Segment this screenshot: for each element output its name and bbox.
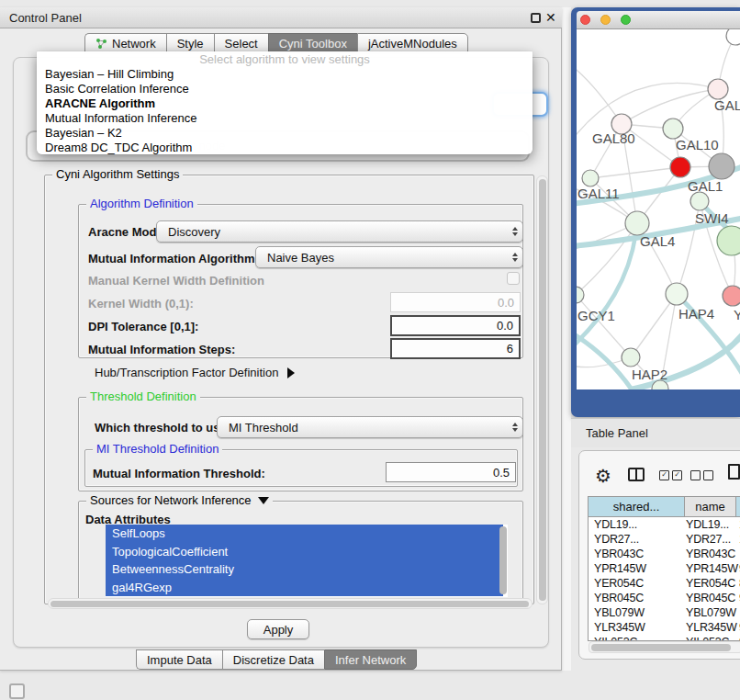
float-panel-icon[interactable]	[531, 13, 541, 23]
tab-network[interactable]: Network	[84, 33, 166, 53]
collapsed-panel-icon[interactable]	[9, 683, 25, 699]
tab-discretize-data[interactable]: Discretize Data	[222, 649, 324, 670]
node-label: GAL80	[592, 130, 635, 146]
cell-name: YBL079W	[686, 605, 739, 620]
node-hap2[interactable]	[622, 348, 640, 367]
mi-algorithm-type-value: Naive Bayes	[267, 251, 334, 265]
table-header-row: shared... name	[589, 497, 740, 517]
cell-name: YLR345W	[686, 620, 739, 635]
column-header-third[interactable]	[736, 497, 740, 517]
node-label: GAL10	[676, 137, 719, 152]
node-gal1-red[interactable]	[670, 157, 690, 177]
expanded-arrow-icon[interactable]	[258, 497, 269, 504]
close-icon[interactable]: ✕	[545, 10, 556, 25]
aracne-mode-combo[interactable]: Discovery	[156, 220, 523, 243]
cell-name: YDR27...	[686, 532, 739, 547]
close-button[interactable]	[580, 15, 590, 25]
table-row[interactable]: YLR345WYLR345W9.	[589, 620, 740, 635]
algorithm-option-selected[interactable]: ARACNE Algorithm	[37, 96, 533, 111]
column-header-shared[interactable]: shared...	[589, 497, 685, 517]
table-row[interactable]: YBR043CYBR043C	[589, 547, 740, 561]
node-label: HAP2	[632, 367, 667, 382]
manual-kernel-width-label: Manual Kernel Width Definition	[88, 274, 264, 288]
tab-cyni-toolbox[interactable]: Cyni Toolbox	[268, 33, 357, 53]
node-gal11[interactable]	[582, 170, 599, 186]
tab-impute-data[interactable]: Impute Data	[136, 649, 222, 670]
dpi-tolerance-field[interactable]: 0.0	[390, 315, 521, 336]
node-gal10[interactable]	[663, 119, 683, 139]
table-row[interactable]: YDL19...YDL19...13	[589, 517, 740, 532]
mi-steps-field[interactable]: 6	[390, 338, 521, 359]
manual-kernel-width-checkbox[interactable]	[507, 272, 520, 285]
network-graph: GAL GAL80 GAL10 GAL1 GAL11 SWI4 GAL4 GCY…	[577, 29, 740, 390]
settings-vertical-scrollbar-thumb[interactable]	[539, 179, 546, 601]
apply-button[interactable]: Apply	[247, 619, 309, 639]
algorithm-option[interactable]: Dream8 DC_TDC Algorithm	[37, 141, 533, 155]
table-row[interactable]: YPR145WYPR145W9.	[589, 561, 740, 576]
collapsed-arrow-icon[interactable]	[287, 367, 295, 378]
attributes-scrollbar-thumb[interactable]	[499, 526, 507, 594]
mi-algorithm-type-combo[interactable]: Naive Bayes	[255, 246, 523, 268]
split-panel-icon[interactable]	[628, 468, 645, 481]
table-row[interactable]: YIL053CYIL053C9.	[589, 635, 740, 641]
settings-vertical-scrollbar[interactable]	[536, 175, 548, 604]
zoom-button[interactable]	[621, 15, 631, 25]
node-green-right[interactable]	[717, 226, 740, 255]
cell-shared: YBR043C	[589, 547, 686, 561]
attribute-item[interactable]: BetweennessCentrality	[106, 560, 503, 579]
cell-shared: YDR27...	[589, 532, 686, 547]
hub-definition-label: Hub/Transcription Factor Definition	[95, 366, 278, 379]
table-row[interactable]: YDR27...YDR27...12	[589, 532, 740, 547]
table-horizontal-scrollbar[interactable]	[589, 641, 740, 653]
which-threshold-value: MI Threshold	[229, 421, 298, 435]
algorithm-option[interactable]: Bayesian – K2	[37, 126, 533, 141]
aracne-mode-value: Discovery	[168, 225, 220, 239]
tab-select[interactable]: Select	[214, 33, 268, 53]
node-y-partial[interactable]	[723, 286, 740, 306]
tab-infer-network[interactable]: Infer Network	[324, 649, 417, 670]
attribute-item[interactable]: TopologicalCoefficient	[106, 543, 503, 561]
hub-definition-section[interactable]: Hub/Transcription Factor Definition	[95, 366, 295, 379]
table-row[interactable]: YBL079WYBL079W	[589, 605, 740, 620]
column-header-name[interactable]: name	[685, 497, 736, 517]
cell-shared: YLR345W	[589, 620, 686, 635]
cell-name: YBR043C	[686, 547, 739, 561]
table-horizontal-scrollbar-thumb[interactable]	[591, 644, 731, 651]
apply-button-label: Apply	[263, 623, 294, 637]
algorithm-option[interactable]: Bayesian – Hill Climbing	[37, 67, 533, 82]
node-gray[interactable]	[709, 153, 734, 179]
network-icon	[95, 38, 107, 50]
node-label: GAL4	[640, 233, 675, 249]
table-row[interactable]: YBR045CYBR045C9.	[589, 591, 740, 605]
settings-horizontal-scrollbar[interactable]	[48, 598, 533, 609]
node-gal4[interactable]	[625, 211, 649, 235]
tab-style-label: Style	[177, 37, 204, 51]
table-row[interactable]: YER054CYER054C8.	[589, 576, 740, 591]
select-all-checkbox-icon[interactable]: ✓ ✓	[659, 470, 682, 480]
gear-icon[interactable]: ⚙	[595, 465, 611, 487]
node-gal-partial[interactable]	[708, 79, 728, 99]
node-gcy1[interactable]	[577, 287, 584, 303]
algorithm-option[interactable]: Basic Correlation Inference	[37, 82, 533, 96]
algorithm-dropdown-placeholder: Select algorithm to view settings	[37, 52, 533, 67]
attribute-item[interactable]: gal4RGexp	[106, 579, 503, 597]
sources-group-title: Sources for Network Inference	[90, 493, 252, 507]
which-threshold-combo[interactable]: MI Threshold	[217, 416, 523, 438]
node-hap4[interactable]	[666, 283, 688, 305]
tab-network-label: Network	[112, 37, 156, 51]
settings-horizontal-scrollbar-thumb[interactable]	[50, 601, 529, 607]
node-partial-top[interactable]	[726, 29, 740, 45]
spinner-arrows-icon	[512, 227, 518, 236]
minimize-button[interactable]	[600, 15, 611, 25]
deselect-all-checkbox-icon[interactable]	[690, 470, 713, 480]
file-icon[interactable]	[728, 464, 740, 480]
tab-jactivemnodules[interactable]: jActiveMNodules	[357, 33, 468, 53]
node-swi4[interactable]	[690, 192, 709, 210]
attribute-item[interactable]: SelfLoops	[106, 525, 503, 543]
algorithm-option[interactable]: Mutual Information Inference	[37, 111, 533, 126]
network-canvas[interactable]: GAL GAL80 GAL10 GAL1 GAL11 SWI4 GAL4 GCY…	[577, 29, 740, 390]
tab-select-label: Select	[225, 37, 258, 51]
kernel-width-field[interactable]: 0.0	[390, 292, 521, 312]
mi-threshold-field[interactable]: 0.5	[386, 462, 516, 482]
tab-style[interactable]: Style	[166, 33, 214, 53]
